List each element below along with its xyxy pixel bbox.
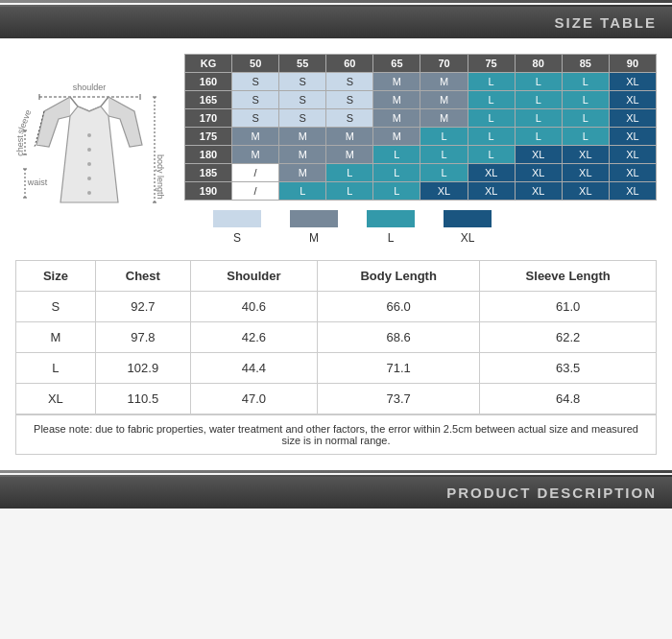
table-cell: L (16, 353, 96, 384)
table-row: XL110.547.073.764.8 (16, 384, 657, 414)
kg-cm-table-wrapper: KG 50 55 60 65 70 75 80 85 90 160SSSMMLL… (184, 54, 657, 245)
size-cell: S (232, 109, 279, 128)
size-cell: XL (562, 182, 609, 201)
size-cell: L (420, 164, 468, 182)
size-cell: L (515, 128, 562, 146)
size-cell: S (326, 91, 373, 109)
note-text: Please note: due to fabric properties, w… (15, 414, 657, 455)
col-size: Size (16, 261, 96, 292)
cm-value: 160 (185, 73, 232, 91)
size-cell: M (326, 146, 373, 164)
product-desc-header-bar: PRODUCT DESCRIPTION (0, 470, 672, 509)
size-table-title: SIZE TABLE (555, 14, 657, 31)
table-cell: 42.6 (190, 322, 317, 353)
table-cell: 47.0 (190, 384, 317, 414)
table-cell: 73.7 (317, 384, 479, 414)
table-cell: 97.8 (95, 322, 190, 353)
svg-text:body length: body length (156, 154, 164, 200)
table-cell: 64.8 (480, 384, 657, 414)
table-cell: M (16, 322, 96, 353)
kg-75: 75 (468, 55, 515, 73)
size-cell: S (232, 91, 279, 109)
table-cell: 102.9 (95, 353, 190, 384)
col-sleeve-length: Sleeve Length (480, 261, 657, 292)
kg-header-row: KG 50 55 60 65 70 75 80 85 90 (185, 55, 657, 73)
table-row: S92.740.666.061.0 (16, 292, 657, 322)
product-desc-title: PRODUCT DESCRIPTION (446, 485, 657, 501)
size-cell: XL (609, 182, 656, 201)
table-cell: 68.6 (317, 322, 479, 353)
cm-value: 190 (185, 182, 232, 201)
svg-point-4 (87, 133, 91, 137)
kg-80: 80 (515, 55, 562, 73)
legend-m-label: M (309, 231, 319, 245)
size-cell: XL (515, 182, 562, 201)
kg-65: 65 (373, 55, 420, 73)
svg-point-7 (87, 177, 91, 180)
size-cell: M (420, 91, 468, 109)
size-cell: M (232, 146, 279, 164)
size-cell: S (232, 73, 279, 91)
legend-l: L (367, 210, 415, 245)
size-cell: L (373, 146, 420, 164)
shirt-svg: shoulder chest (15, 54, 164, 241)
kg-55: 55 (279, 55, 326, 73)
svg-text:shoulder: shoulder (73, 83, 107, 92)
size-cell: XL (562, 164, 609, 182)
table-cell: 62.2 (480, 322, 657, 353)
table-cell: S (16, 292, 96, 322)
size-cell: M (279, 146, 326, 164)
size-cell: L (326, 164, 373, 182)
table-cell: 44.4 (190, 353, 317, 384)
size-cell: L (373, 182, 420, 201)
col-body-length: Body Length (317, 261, 479, 292)
svg-point-6 (87, 162, 91, 166)
svg-text:sleeve: sleeve (15, 108, 33, 135)
size-cell: L (279, 182, 326, 201)
size-cell: M (373, 73, 420, 91)
table-cell: 63.5 (480, 353, 657, 384)
size-legend: S M L XL (184, 210, 657, 245)
cm-value: 175 (185, 128, 232, 146)
size-cell: M (326, 128, 373, 146)
measurements-header-row: Size Chest Shoulder Body Length Sleeve L… (16, 261, 657, 292)
legend-s-label: S (233, 231, 241, 245)
table-cell: XL (16, 384, 96, 414)
size-cell: / (232, 182, 279, 201)
size-cell: XL (609, 91, 656, 109)
size-cell: L (326, 182, 373, 201)
kg-label: KG (185, 55, 232, 73)
legend-xl-label: XL (461, 231, 475, 245)
size-cell: L (562, 91, 609, 109)
table-cell: 66.0 (317, 292, 479, 322)
size-cell: XL (609, 164, 656, 182)
size-cell: L (468, 91, 515, 109)
size-cell: M (232, 128, 279, 146)
size-cell: L (420, 146, 468, 164)
svg-point-5 (87, 148, 91, 152)
size-cell: XL (609, 128, 656, 146)
size-cell: XL (609, 146, 656, 164)
col-shoulder: Shoulder (190, 261, 317, 292)
size-cell: L (515, 109, 562, 128)
cm-row: 175MMMMLLLLXL (185, 128, 657, 146)
size-cell: / (232, 164, 279, 182)
kg-70: 70 (420, 55, 468, 73)
legend-l-label: L (388, 231, 395, 245)
size-cell: XL (468, 182, 515, 201)
svg-text:chest: chest (15, 135, 25, 156)
size-cell: L (373, 164, 420, 182)
kg-cm-table: KG 50 55 60 65 70 75 80 85 90 160SSSMMLL… (184, 54, 657, 201)
size-cell: M (373, 91, 420, 109)
size-cell: XL (420, 182, 468, 201)
size-cell: XL (609, 73, 656, 91)
size-cell: XL (562, 146, 609, 164)
size-cell: L (515, 73, 562, 91)
size-cell: S (279, 91, 326, 109)
kg-50: 50 (232, 55, 279, 73)
size-cell: L (468, 128, 515, 146)
size-cell: S (279, 73, 326, 91)
table-cell: 92.7 (95, 292, 190, 322)
kg-90: 90 (609, 55, 656, 73)
svg-text:waist: waist (27, 178, 48, 187)
